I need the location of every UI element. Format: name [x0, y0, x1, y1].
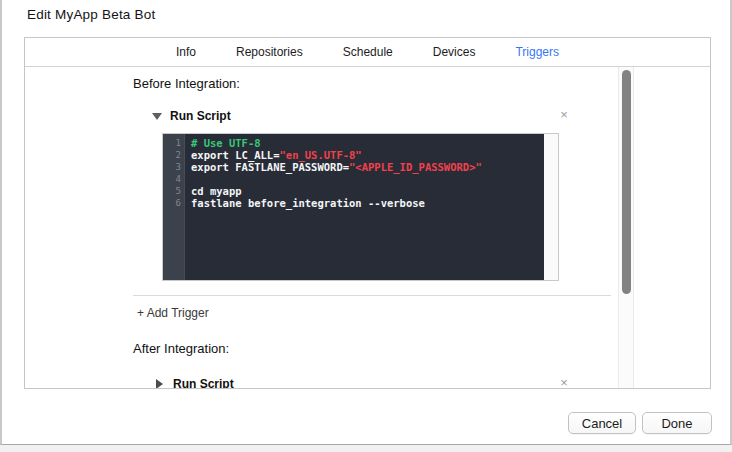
- tab-triggers[interactable]: Triggers: [515, 45, 559, 59]
- code-segment-string: "en_US.UTF-8": [280, 149, 362, 161]
- dialog-screen: Edit MyApp Beta Bot InfoRepositoriesSche…: [0, 0, 732, 452]
- line-number: 2: [163, 149, 184, 161]
- done-button[interactable]: Done: [642, 412, 712, 434]
- code-line: [191, 173, 544, 185]
- line-number: 5: [163, 185, 184, 197]
- triggers-panel: InfoRepositoriesScheduleDevicesTriggers …: [24, 37, 711, 389]
- tab-info[interactable]: Info: [176, 45, 196, 59]
- code-segment-plain: export LC_ALL=: [191, 149, 280, 161]
- line-number: 6: [163, 197, 184, 209]
- disclosure-expanded-icon[interactable]: [152, 113, 162, 120]
- code-segment-plain: export FASTLANE_PASSWORD=: [191, 161, 349, 173]
- tab-schedule[interactable]: Schedule: [343, 45, 393, 59]
- code-segment-string: "<APPLE_ID_PASSWORD>": [349, 161, 482, 173]
- tab-repositories[interactable]: Repositories: [236, 45, 303, 59]
- code-line: export LC_ALL="en_US.UTF-8": [191, 149, 544, 161]
- tab-devices[interactable]: Devices: [433, 45, 476, 59]
- close-icon[interactable]: ×: [556, 107, 572, 123]
- edit-bot-dialog: Edit MyApp Beta Bot InfoRepositoriesSche…: [0, 0, 732, 445]
- after-integration-label: After Integration:: [133, 341, 229, 356]
- code-segment-plain: fastlane before_integration --verbose: [191, 197, 425, 209]
- code-segment-comment: # Use UTF-8: [191, 137, 261, 149]
- line-number: 4: [163, 173, 184, 185]
- before-integration-label: Before Integration:: [133, 76, 240, 91]
- after-trigger-title: Run Script: [173, 377, 234, 389]
- before-trigger-title: Run Script: [170, 109, 231, 123]
- tab-bar: InfoRepositoriesScheduleDevicesTriggers: [25, 38, 710, 67]
- code-line: cd myapp: [191, 185, 544, 197]
- before-trigger-row: Run Script: [152, 108, 231, 124]
- add-trigger-button[interactable]: + Add Trigger: [137, 306, 209, 320]
- code-line: # Use UTF-8: [191, 137, 544, 149]
- editor-scrollbar[interactable]: [544, 134, 558, 280]
- code-segment-plain: cd myapp: [191, 185, 242, 197]
- line-number: 1: [163, 137, 184, 149]
- code-line: fastlane before_integration --verbose: [191, 197, 544, 209]
- script-editor[interactable]: 123456 # Use UTF-8export LC_ALL="en_US.U…: [162, 133, 559, 281]
- code-line: export FASTLANE_PASSWORD="<APPLE_ID_PASS…: [191, 161, 544, 173]
- script-code[interactable]: # Use UTF-8export LC_ALL="en_US.UTF-8"ex…: [185, 134, 544, 280]
- cancel-button[interactable]: Cancel: [568, 412, 636, 434]
- scrollbar-thumb[interactable]: [622, 70, 631, 294]
- after-trigger-row: Run Script: [152, 376, 234, 389]
- dialog-title: Edit MyApp Beta Bot: [27, 7, 155, 22]
- disclosure-collapsed-icon[interactable]: [156, 379, 163, 389]
- close-icon[interactable]: ×: [556, 375, 572, 389]
- line-number-gutter: 123456: [163, 134, 185, 280]
- trigger-divider: [133, 295, 611, 296]
- vertical-scrollbar[interactable]: [618, 67, 634, 388]
- line-number: 3: [163, 161, 184, 173]
